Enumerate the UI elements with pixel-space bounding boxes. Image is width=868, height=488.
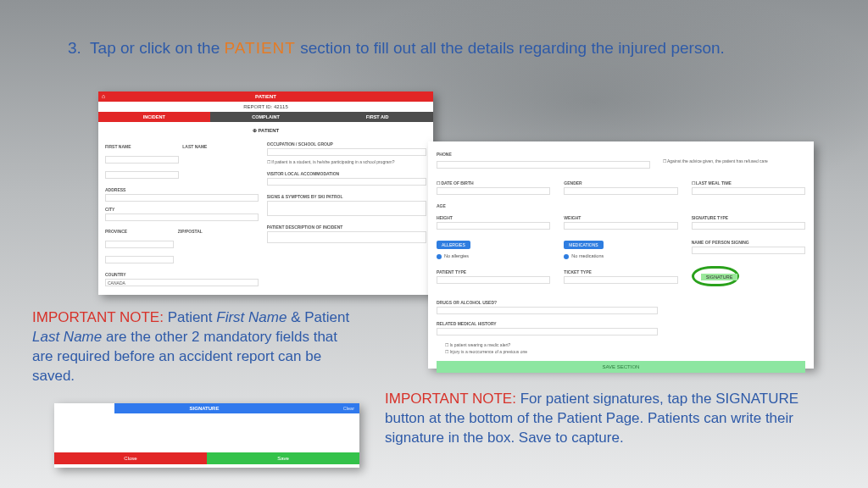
label-history: RELATED MEDICAL HISTORY <box>437 321 805 326</box>
label-dob: ☐ DATE OF BIRTH <box>437 180 550 186</box>
label-ptype: PATIENT TYPE <box>437 269 550 274</box>
step-pre: Tap or click on the <box>90 39 224 57</box>
signer-field[interactable] <box>692 247 805 254</box>
signature-close-button[interactable]: Close <box>54 452 207 464</box>
label-drugs: DRUGS OR ALCOHOL USED? <box>437 300 805 305</box>
note2-lead: IMPORTANT NOTE: <box>385 391 520 407</box>
step-instruction: 3. Tap or click on the PATIENT section t… <box>68 37 800 59</box>
medic-alert-checkbox[interactable]: Is patient wearing a medic alert? <box>437 341 805 347</box>
reoccurrence-checkbox[interactable]: Injury is a reoccurrence of a previous o… <box>437 347 805 354</box>
ttype-field[interactable] <box>564 276 677 284</box>
accommodation-field[interactable] <box>267 178 426 186</box>
height-field[interactable] <box>437 222 550 230</box>
signature-button-highlight: SIGNATURE <box>692 266 739 286</box>
step-number: 3. <box>68 39 81 57</box>
tab-bar: INCIDENT COMPLAINT FIRST AID <box>98 112 433 122</box>
label-accommodation: VISITOR LOCAL ACCOMMODATION <box>267 171 426 176</box>
phone-field[interactable] <box>437 161 650 169</box>
first-name-field[interactable] <box>105 156 179 164</box>
save-section-button[interactable]: SAVE SECTION <box>437 361 805 373</box>
label-country: COUNTRY <box>105 272 259 277</box>
description-field[interactable] <box>267 231 426 243</box>
signature-clear-button[interactable]: Clear <box>294 403 359 413</box>
label-sigtype: SIGNATURE TYPE <box>692 215 805 220</box>
label-address: ADDRESS <box>105 187 259 192</box>
label-occupation: OCCUPATION / SCHOOL GROUP <box>267 141 426 147</box>
last-name-field[interactable] <box>105 171 179 179</box>
tab-firstaid[interactable]: FIRST AID <box>321 112 433 122</box>
label-zip: ZIP/POSTAL <box>178 229 247 234</box>
refused-care-checkbox[interactable]: Against the advice given, the patient ha… <box>654 157 794 164</box>
label-height: HEIGHT <box>437 215 550 220</box>
weight-field[interactable] <box>564 222 677 230</box>
label-signer: NAME OF PERSON SIGNING <box>692 240 805 245</box>
address-field[interactable] <box>105 194 259 202</box>
signs-field[interactable] <box>267 201 426 216</box>
tab-complaint[interactable]: COMPLAINT <box>210 112 322 122</box>
ptype-field[interactable] <box>437 276 550 284</box>
step-keyword: PATIENT <box>225 39 296 57</box>
signature-dialog-screenshot: SIGNATURE Clear Close Save <box>54 403 359 468</box>
step-post: section to fill out all the details rega… <box>296 39 725 57</box>
label-gender: GENDER <box>564 180 677 186</box>
city-field[interactable] <box>105 214 259 221</box>
patient-form-screenshot-left: ⌂ PATIENT REPORT ID: 42115 INCIDENT COMP… <box>98 92 433 295</box>
history-field[interactable] <box>437 328 658 336</box>
sigtype-field[interactable] <box>692 222 805 230</box>
label-weight: WEIGHT <box>564 215 677 220</box>
patient-form-screenshot-right: PHONE Against the advice given, the pati… <box>428 141 814 369</box>
signature-button[interactable]: SIGNATURE <box>701 274 738 280</box>
label-description: PATIENT DESCRIPTION OF INCIDENT <box>267 225 426 230</box>
report-id: REPORT ID: 42115 <box>98 102 433 112</box>
zip-field[interactable] <box>105 256 174 263</box>
label-meal: ☐ LAST MEAL TIME <box>692 180 805 186</box>
drugs-field[interactable] <box>437 307 658 314</box>
occupation-field[interactable] <box>267 148 426 156</box>
dob-field[interactable] <box>437 187 550 195</box>
signature-save-button[interactable]: Save <box>207 452 359 464</box>
student-question[interactable]: If patient is a student, is he/she parti… <box>267 159 426 164</box>
signature-title: SIGNATURE <box>114 403 294 413</box>
label-ttype: TICKET TYPE <box>564 269 677 274</box>
gender-field[interactable] <box>564 187 677 195</box>
section-heading: ⊕ PATIENT <box>98 122 433 136</box>
note1-lead: IMPORTANT NOTE: <box>32 309 168 325</box>
province-field[interactable] <box>105 241 174 248</box>
meal-field[interactable] <box>692 187 805 195</box>
label-province: PROVINCE <box>105 229 174 234</box>
allergies-pill[interactable]: ALLERGIES <box>437 241 470 249</box>
no-medications-radio[interactable]: No medications <box>564 253 677 259</box>
medications-pill[interactable]: MEDICATIONS <box>564 241 603 249</box>
label-age: AGE <box>437 203 559 208</box>
signature-canvas[interactable] <box>54 413 359 452</box>
label-first-name: FIRST NAME <box>105 144 179 149</box>
label-city: CITY <box>105 207 259 212</box>
no-allergies-radio[interactable]: No allergies <box>437 253 550 259</box>
app-header: ⌂ PATIENT <box>98 92 433 102</box>
important-note-mandatory-fields: IMPORTANT NOTE: Patient First Name & Pat… <box>32 308 354 386</box>
country-field[interactable]: CANADA <box>105 279 259 286</box>
label-signs: SIGNS & SYMPTOMS BY SKI PATROL <box>267 194 426 199</box>
tab-incident[interactable]: INCIDENT <box>98 112 210 122</box>
label-last-name: LAST NAME <box>182 144 256 149</box>
important-note-signature: IMPORTANT NOTE: For patient signatures, … <box>385 390 834 448</box>
header-title: PATIENT <box>98 94 433 99</box>
